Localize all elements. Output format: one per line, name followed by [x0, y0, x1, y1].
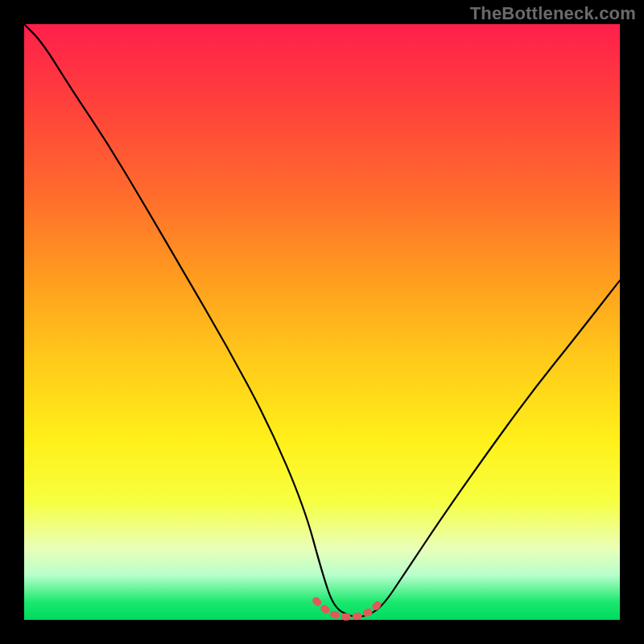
- optimal-band-marker: [316, 601, 382, 617]
- chart-svg: [24, 24, 620, 620]
- watermark-text: TheBottleneck.com: [470, 3, 636, 24]
- chart-frame: TheBottleneck.com: [0, 0, 644, 644]
- bottleneck-curve: [24, 24, 620, 617]
